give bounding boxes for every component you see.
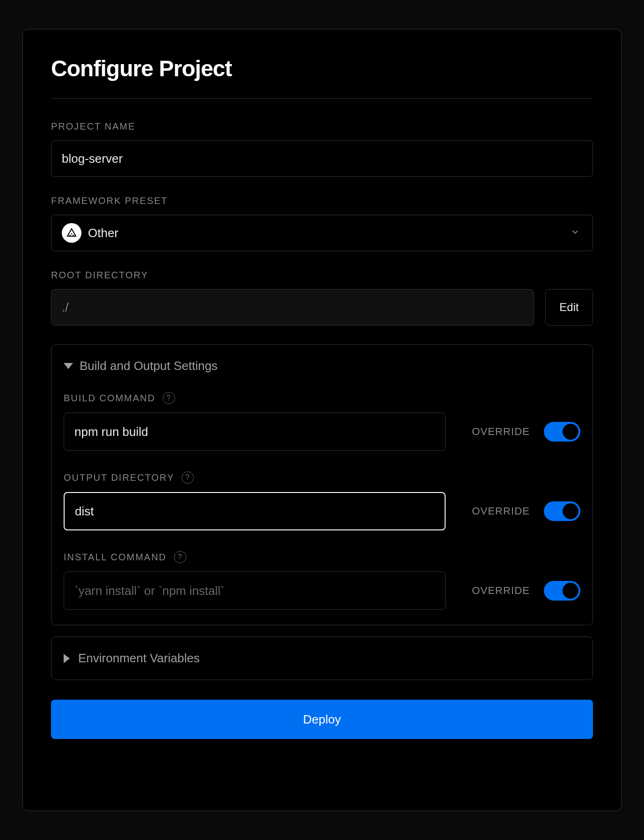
build-output-settings-title: Build and Output Settings	[80, 359, 218, 373]
help-icon[interactable]: ?	[174, 551, 186, 563]
environment-variables-toggle[interactable]: Environment Variables	[51, 637, 593, 680]
svg-point-0	[71, 233, 73, 235]
override-label: OVERRIDE	[472, 505, 530, 517]
project-name-input[interactable]	[51, 140, 593, 177]
caret-right-icon	[64, 654, 70, 663]
override-label: OVERRIDE	[472, 585, 530, 597]
build-output-settings-section: Build and Output Settings BUILD COMMAND …	[51, 344, 593, 625]
help-icon[interactable]: ?	[163, 392, 175, 404]
chevron-down-icon	[570, 227, 580, 239]
svg-point-1	[69, 235, 71, 236]
framework-preset-value: Other	[88, 226, 118, 240]
install-command-override-toggle[interactable]	[544, 581, 580, 601]
framework-preset-select[interactable]: Other	[51, 215, 593, 251]
build-command-label: BUILD COMMAND	[64, 393, 155, 404]
help-icon[interactable]: ?	[182, 471, 194, 484]
svg-point-2	[73, 235, 74, 236]
framework-preset-label: FRAMEWORK PRESET	[51, 196, 593, 206]
project-name-label: PROJECT NAME	[51, 121, 593, 132]
deploy-button[interactable]: Deploy	[51, 700, 593, 739]
build-command-label-row: BUILD COMMAND ?	[64, 392, 580, 404]
environment-variables-title: Environment Variables	[78, 651, 200, 666]
project-name-field: PROJECT NAME	[51, 121, 593, 177]
build-command-input[interactable]	[64, 413, 446, 451]
install-command-input[interactable]	[64, 572, 446, 610]
build-output-settings-toggle[interactable]: Build and Output Settings	[64, 359, 580, 373]
divider	[51, 98, 593, 99]
build-command-override-toggle[interactable]	[544, 422, 580, 442]
output-directory-override-toggle[interactable]	[544, 501, 580, 521]
override-label: OVERRIDE	[472, 426, 530, 438]
install-command-label-row: INSTALL COMMAND ?	[64, 551, 580, 563]
root-directory-input	[51, 289, 534, 326]
framework-icon	[62, 223, 81, 243]
output-directory-input[interactable]	[64, 492, 446, 530]
page-title: Configure Project	[51, 56, 593, 81]
output-directory-label: OUTPUT DIRECTORY	[64, 472, 174, 483]
install-command-label: INSTALL COMMAND	[64, 552, 167, 563]
configure-project-panel: Configure Project PROJECT NAME FRAMEWORK…	[22, 29, 622, 811]
caret-down-icon	[64, 363, 73, 369]
root-directory-field: ROOT DIRECTORY Edit	[51, 270, 593, 326]
root-directory-label: ROOT DIRECTORY	[51, 270, 593, 281]
root-directory-edit-button[interactable]: Edit	[545, 289, 593, 326]
framework-preset-field: FRAMEWORK PRESET Other	[51, 196, 593, 251]
output-directory-label-row: OUTPUT DIRECTORY ?	[64, 471, 580, 484]
